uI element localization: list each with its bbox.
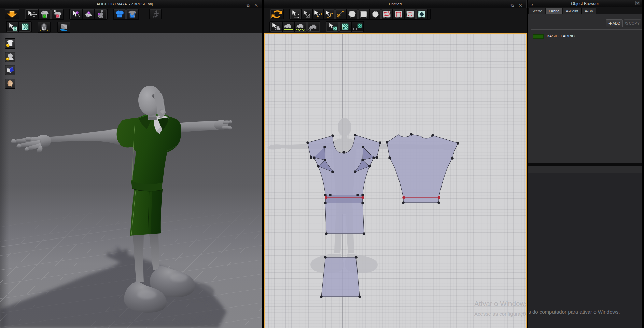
svg-text:P: P [23,27,25,30]
svg-text:P: P [343,27,345,30]
